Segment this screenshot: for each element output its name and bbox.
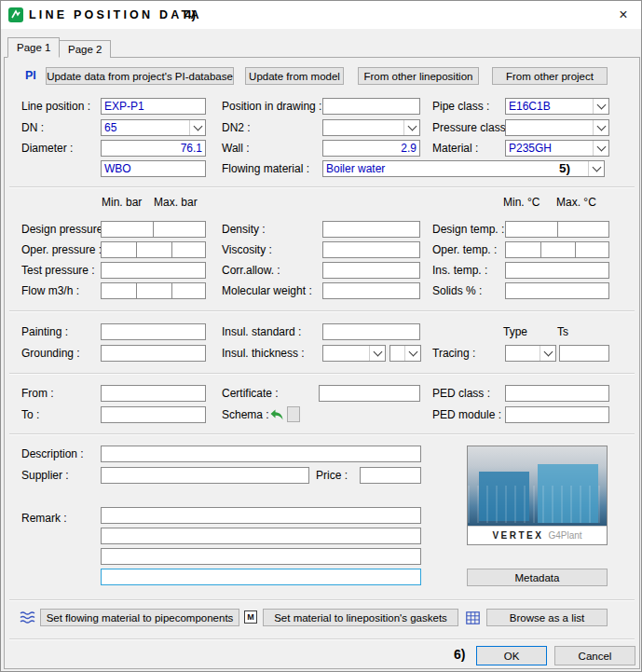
ins-temp-input[interactable]	[505, 262, 609, 279]
tracing-label: Tracing :	[432, 345, 475, 362]
photo-caption: VERTEX G4Plant	[468, 526, 607, 544]
material-combo[interactable]: P235GH	[505, 140, 609, 157]
max-c-header: Max. °C	[556, 194, 596, 211]
remark-input-3[interactable]	[101, 548, 421, 565]
position-in-drawing-label: Position in drawing :	[222, 98, 321, 115]
position-in-drawing-input[interactable]	[322, 98, 420, 115]
separator	[9, 186, 635, 187]
browse-as-list-button[interactable]: Browse as a list	[486, 609, 608, 626]
chevron-down-icon	[403, 120, 419, 135]
remark-input-2[interactable]	[101, 528, 421, 544]
grounding-input[interactable]	[101, 345, 206, 362]
vertex-logo-text: VERTEX	[492, 530, 543, 541]
dn-label: DN :	[21, 119, 44, 136]
line-position-input[interactable]	[101, 98, 206, 115]
density-input[interactable]	[322, 221, 420, 238]
flow-input-1[interactable]	[101, 282, 137, 299]
design-pressure-min-input[interactable]	[101, 221, 154, 238]
cancel-button[interactable]: Cancel	[554, 646, 635, 665]
update-from-pi-database-button[interactable]: Update data from project's PI-database	[46, 67, 234, 85]
tab-page-1-label: Page 1	[17, 42, 50, 53]
pipe-class-label: Pipe class :	[432, 98, 489, 115]
set-flowing-material-button[interactable]: Set flowing material to pipecomponents	[40, 609, 239, 626]
min-c-header: Min. °C	[503, 194, 540, 211]
design-temp-min-input[interactable]	[505, 221, 558, 238]
remark-input-4[interactable]	[101, 569, 421, 585]
close-icon[interactable]: ×	[613, 5, 634, 25]
window-title: LINE POSITION DATA	[29, 1, 202, 29]
wall-input[interactable]	[322, 140, 420, 157]
oper-pressure-label: Oper. pressure :	[21, 241, 102, 258]
schema-browse-button[interactable]	[287, 406, 300, 422]
oper-pressure-input-1[interactable]	[101, 241, 137, 258]
diameter-input[interactable]	[101, 140, 206, 157]
supplier-label: Supplier :	[21, 467, 69, 484]
ped-module-label: PED module :	[432, 406, 501, 423]
ok-button[interactable]: OK	[476, 646, 547, 665]
description-input[interactable]	[101, 446, 421, 462]
tracing-type-combo[interactable]	[505, 345, 556, 362]
molecular-weight-input[interactable]	[322, 282, 420, 299]
remark-input-1[interactable]	[101, 507, 421, 524]
ped-class-input[interactable]	[505, 385, 609, 402]
insul-standard-input[interactable]	[322, 323, 420, 340]
flow-label: Flow m3/h :	[21, 282, 79, 299]
supplier-input[interactable]	[101, 467, 309, 484]
solids-label: Solids % :	[432, 282, 482, 299]
corr-allow-input[interactable]	[322, 262, 420, 279]
set-material-gaskets-button[interactable]: Set material to lineposition's gaskets	[263, 609, 458, 626]
oper-temp-input-2[interactable]	[540, 241, 576, 258]
pipe-class-combo[interactable]: E16C1B	[505, 98, 609, 115]
insul-thickness-combo-1[interactable]	[322, 345, 386, 362]
design-pressure-max-input[interactable]	[153, 221, 206, 238]
price-input[interactable]	[360, 467, 421, 484]
certificate-label: Certificate :	[222, 385, 279, 402]
chevron-down-icon	[369, 346, 385, 361]
to-input[interactable]	[101, 406, 206, 423]
update-from-model-button[interactable]: Update from model	[245, 67, 344, 85]
insul-standard-label: Insul. standard :	[222, 323, 301, 340]
test-pressure-input[interactable]	[101, 262, 206, 279]
insul-thickness-combo-2[interactable]	[389, 345, 421, 362]
viscosity-label: Viscosity :	[222, 241, 272, 258]
molecular-weight-label: Molecular weight :	[222, 282, 312, 299]
pressure-class-combo[interactable]	[505, 119, 609, 136]
certificate-input[interactable]	[319, 385, 420, 402]
plant-photo: VERTEX G4Plant	[467, 446, 608, 545]
chevron-down-icon	[189, 120, 205, 135]
tab-page-2[interactable]: Page 2	[59, 40, 111, 58]
oper-pressure-input-3[interactable]	[171, 241, 206, 258]
flow-input-3[interactable]	[171, 282, 206, 299]
g4plant-logo-text: G4Plant	[548, 530, 581, 541]
tab-page-1[interactable]: Page 1	[7, 37, 60, 58]
oper-pressure-input-2[interactable]	[136, 241, 172, 258]
from-other-project-button[interactable]: From other project	[492, 67, 608, 85]
material-m-icon: M	[244, 610, 257, 624]
solids-input[interactable]	[505, 282, 609, 299]
viscosity-input[interactable]	[322, 241, 420, 258]
from-other-lineposition-button[interactable]: From other lineposition	[358, 67, 479, 85]
schema-label: Schema :	[222, 406, 269, 423]
type-header: Type	[503, 323, 527, 340]
oper-temp-input-3[interactable]	[575, 241, 609, 258]
material-code-input[interactable]	[101, 160, 206, 177]
dn2-combo[interactable]	[322, 119, 420, 136]
chevron-down-icon	[588, 161, 604, 176]
flow-input-2[interactable]	[136, 282, 172, 299]
test-pressure-label: Test pressure :	[21, 262, 95, 279]
oper-temp-input-1[interactable]	[505, 241, 541, 258]
painting-input[interactable]	[101, 323, 206, 340]
from-input[interactable]	[101, 385, 206, 402]
design-temp-max-input[interactable]	[557, 221, 609, 238]
metadata-button[interactable]: Metadata	[467, 569, 608, 586]
tracing-ts-input[interactable]	[559, 345, 609, 362]
to-label: To :	[21, 406, 39, 423]
photo-structure	[468, 486, 607, 523]
schema-open-icon[interactable]	[269, 406, 284, 422]
separator	[9, 373, 635, 374]
pipe-class-value: E16C1B	[509, 100, 592, 114]
insul-thickness-label: Insul. thickness :	[222, 345, 305, 362]
separator	[9, 638, 635, 639]
dn-combo[interactable]: 65	[101, 119, 206, 136]
ped-module-input[interactable]	[505, 406, 609, 423]
